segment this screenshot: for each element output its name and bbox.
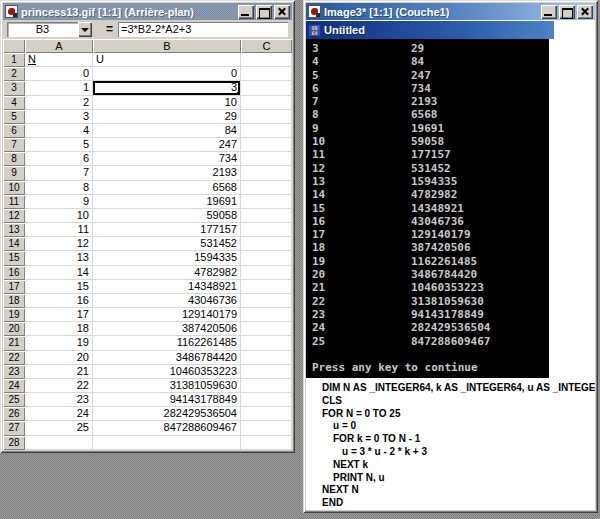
row-header-13[interactable]: 13 <box>3 223 25 237</box>
cell-A6[interactable]: 4 <box>25 124 93 138</box>
cell-C14[interactable] <box>241 237 292 251</box>
cell-C11[interactable] <box>241 195 292 209</box>
cell-A1[interactable]: N <box>25 53 93 67</box>
row-header-10[interactable]: 10 <box>3 181 25 195</box>
cell-B3[interactable]: 3 <box>93 81 241 95</box>
cell-A2[interactable]: 0 <box>25 67 93 81</box>
row-header-5[interactable]: 5 <box>3 110 25 124</box>
cell-B5[interactable]: 29 <box>93 110 241 124</box>
cell-C4[interactable] <box>241 96 292 110</box>
cell-C21[interactable] <box>241 336 292 350</box>
row-header-20[interactable]: 20 <box>3 322 25 336</box>
cell-B18[interactable]: 43046736 <box>93 294 241 308</box>
row-header-16[interactable]: 16 <box>3 266 25 280</box>
cell-B9[interactable]: 2193 <box>93 166 241 180</box>
cell-C15[interactable] <box>241 251 292 265</box>
close-button[interactable] <box>577 5 593 19</box>
row-header-27[interactable]: 27 <box>3 421 25 435</box>
cell-B27[interactable]: 847288609467 <box>93 421 241 435</box>
cell-C12[interactable] <box>241 209 292 223</box>
column-header-B[interactable]: B <box>93 39 241 53</box>
cell-B6[interactable]: 84 <box>93 124 241 138</box>
cell-A23[interactable]: 21 <box>25 365 93 379</box>
cell-A15[interactable]: 13 <box>25 251 93 265</box>
image-editor-titlebar[interactable]: Image3* [1:1] (Couche1) <box>306 3 595 20</box>
cell-C13[interactable] <box>241 223 292 237</box>
cell-C2[interactable] <box>241 67 292 81</box>
cell-A13[interactable]: 11 <box>25 223 93 237</box>
cell-B4[interactable]: 10 <box>93 96 241 110</box>
row-header-7[interactable]: 7 <box>3 138 25 152</box>
cell-C1[interactable] <box>241 53 292 67</box>
cell-C22[interactable] <box>241 351 292 365</box>
cell-B26[interactable]: 282429536504 <box>93 407 241 421</box>
formula-input[interactable]: =3*B2-2*A2+3 <box>118 22 288 37</box>
cell-B12[interactable]: 59058 <box>93 209 241 223</box>
cell-C7[interactable] <box>241 138 292 152</box>
row-header-24[interactable]: 24 <box>3 379 25 393</box>
row-header-21[interactable]: 21 <box>3 336 25 350</box>
cell-A16[interactable]: 14 <box>25 266 93 280</box>
cell-B28[interactable] <box>93 436 241 450</box>
cell-B19[interactable]: 129140179 <box>93 308 241 322</box>
column-header-A[interactable]: A <box>25 39 93 53</box>
cell-A17[interactable]: 15 <box>25 280 93 294</box>
cell-A26[interactable]: 24 <box>25 407 93 421</box>
row-header-17[interactable]: 17 <box>3 280 25 294</box>
row-header-6[interactable]: 6 <box>3 124 25 138</box>
cell-A27[interactable]: 25 <box>25 421 93 435</box>
row-header-4[interactable]: 4 <box>3 96 25 110</box>
row-header-18[interactable]: 18 <box>3 294 25 308</box>
select-all-corner[interactable] <box>3 39 25 53</box>
cell-A11[interactable]: 9 <box>25 195 93 209</box>
cell-B23[interactable]: 10460353223 <box>93 365 241 379</box>
cell-A8[interactable]: 6 <box>25 152 93 166</box>
row-header-15[interactable]: 15 <box>3 251 25 265</box>
cell-B7[interactable]: 247 <box>93 138 241 152</box>
cell-C8[interactable] <box>241 152 292 166</box>
row-header-25[interactable]: 25 <box>3 393 25 407</box>
cell-C6[interactable] <box>241 124 292 138</box>
cell-A14[interactable]: 12 <box>25 237 93 251</box>
cell-A19[interactable]: 17 <box>25 308 93 322</box>
cell-B16[interactable]: 4782982 <box>93 266 241 280</box>
cell-C25[interactable] <box>241 393 292 407</box>
cell-B8[interactable]: 734 <box>93 152 241 166</box>
cell-B21[interactable]: 1162261485 <box>93 336 241 350</box>
minimize-button[interactable] <box>541 5 557 19</box>
cell-A28[interactable] <box>25 436 93 450</box>
maximize-button[interactable] <box>559 5 575 19</box>
cell-C17[interactable] <box>241 280 292 294</box>
row-header-12[interactable]: 12 <box>3 209 25 223</box>
cell-A3[interactable]: 1 <box>25 81 93 95</box>
cell-B17[interactable]: 14348921 <box>93 280 241 294</box>
cell-B14[interactable]: 531452 <box>93 237 241 251</box>
column-header-C[interactable]: C <box>241 39 292 53</box>
cell-C24[interactable] <box>241 379 292 393</box>
cell-C9[interactable] <box>241 166 292 180</box>
row-header-26[interactable]: 26 <box>3 407 25 421</box>
cell-C26[interactable] <box>241 407 292 421</box>
cell-B11[interactable]: 19691 <box>93 195 241 209</box>
cell-C28[interactable] <box>241 436 292 450</box>
cell-A22[interactable]: 20 <box>25 351 93 365</box>
minimize-button[interactable] <box>238 5 254 19</box>
row-header-9[interactable]: 9 <box>3 166 25 180</box>
cell-A21[interactable]: 19 <box>25 336 93 350</box>
row-header-23[interactable]: 23 <box>3 365 25 379</box>
spreadsheet-titlebar[interactable]: princess13.gif [1:1] (Arrière-plan) <box>3 3 292 20</box>
cell-A18[interactable]: 16 <box>25 294 93 308</box>
cell-B10[interactable]: 6568 <box>93 181 241 195</box>
cell-A12[interactable]: 10 <box>25 209 93 223</box>
row-header-11[interactable]: 11 <box>3 195 25 209</box>
close-button[interactable] <box>274 5 290 19</box>
cell-A7[interactable]: 5 <box>25 138 93 152</box>
cell-C3[interactable] <box>241 81 292 95</box>
cell-B24[interactable]: 31381059630 <box>93 379 241 393</box>
chevron-down-icon[interactable] <box>78 22 92 37</box>
cell-A20[interactable]: 18 <box>25 322 93 336</box>
cell-C5[interactable] <box>241 110 292 124</box>
cell-C10[interactable] <box>241 181 292 195</box>
cell-C16[interactable] <box>241 266 292 280</box>
row-header-1[interactable]: 1 <box>3 53 25 67</box>
